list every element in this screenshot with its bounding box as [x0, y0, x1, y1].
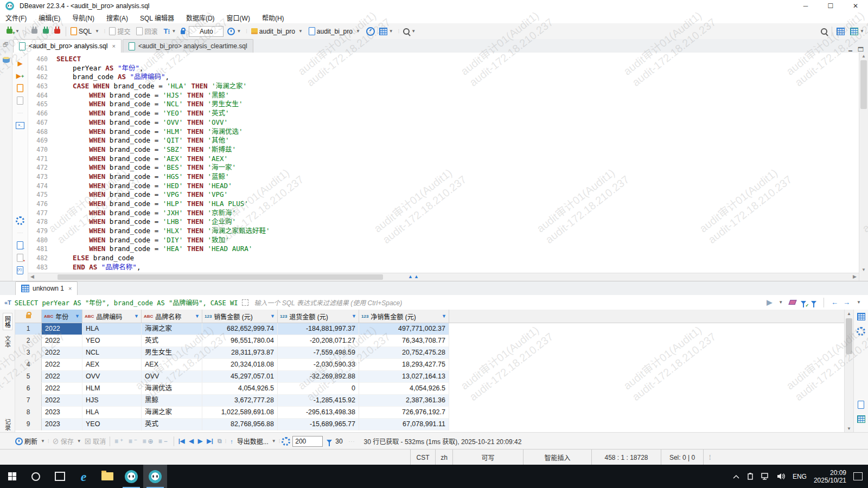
cell[interactable]: 96,551,780.04 [202, 335, 278, 347]
new-connection-dropdown-icon[interactable]: ▼ [15, 29, 20, 34]
new-connection-icon[interactable]: + [7, 29, 12, 34]
cell[interactable]: HLA [82, 407, 142, 419]
sql-console-icon[interactable]: >_ [16, 122, 24, 129]
save-button[interactable]: ⊘ 保存 [52, 436, 73, 446]
sash-collapse-icons[interactable]: ▲▲ [408, 274, 420, 279]
panel-grid-icon[interactable] [857, 313, 865, 320]
maximize-view-icon[interactable]: 🗖 [858, 46, 864, 53]
menu-item-6[interactable]: 数据库(D) [186, 13, 215, 22]
save-dropdown-icon[interactable]: ▼ [77, 439, 81, 444]
cell[interactable]: 2022 [42, 323, 82, 335]
cell[interactable]: OVV [142, 371, 202, 383]
minimize-view-icon[interactable]: 🗕 [847, 46, 853, 53]
expand-filter-icon[interactable] [242, 299, 248, 306]
first-row-icon[interactable]: |◀ [178, 438, 185, 445]
minimize-button[interactable]: ─ [793, 0, 818, 12]
scroll-right-icon[interactable]: ▶ [853, 274, 857, 279]
table-row[interactable]: 52022OVVOVV45,297,057.01-32,269,892.8813… [15, 371, 844, 383]
column-filter-icon[interactable]: ▼ [75, 313, 80, 319]
export-dropdown-icon[interactable]: ▼ [272, 439, 276, 444]
search-icon[interactable] [403, 28, 410, 35]
table-row[interactable]: 32022NCL男生女生28,311,973.87-7,559,498.5920… [15, 347, 844, 359]
result-grid[interactable]: ABC年份▼ABC品牌编码▼ABC品牌名称▼123销售金额 (元)▼123退货金… [15, 310, 844, 433]
cell[interactable]: 0 [278, 383, 359, 395]
editor-settings-icon[interactable] [16, 216, 24, 225]
row-number[interactable]: 5 [15, 371, 42, 383]
cell[interactable]: -295,613,498.38 [278, 407, 359, 419]
cell[interactable]: -20,208,071.27 [278, 335, 359, 347]
open-view-icon[interactable] [850, 28, 858, 35]
cell[interactable]: 28,311,973.87 [202, 347, 278, 359]
filter-history-back-icon[interactable]: ← [831, 298, 838, 306]
cell[interactable]: YEO [82, 335, 142, 347]
transaction-log-icon[interactable]: T⁝ [163, 27, 170, 35]
commit-button[interactable]: 提交 [107, 23, 134, 39]
panel-settings-icon[interactable] [857, 327, 865, 336]
panel-value-viewer-icon[interactable] [858, 401, 864, 409]
column-header-1[interactable]: ABC年份▼ [42, 310, 82, 323]
results-tab-close-icon[interactable]: × [68, 285, 72, 292]
language-indicator[interactable]: ENG [793, 473, 807, 480]
table-row[interactable]: 82023HLA海澜之家1,022,589,691.08-295,613,498… [15, 407, 844, 419]
cell[interactable]: HJS [82, 395, 142, 407]
refresh-button[interactable]: 刷新 [24, 436, 37, 446]
transfer-dropdown-icon[interactable]: ▼ [389, 29, 393, 34]
row-count-filter-icon[interactable] [327, 440, 332, 443]
dbeaver-taskbar-icon[interactable] [119, 465, 143, 488]
row-number[interactable]: 9 [15, 419, 42, 431]
tab-close-icon[interactable]: × [112, 43, 115, 49]
cell[interactable]: 4,054,926.5 [359, 383, 449, 395]
dbeaver-taskbar-icon-active[interactable] [143, 465, 167, 488]
table-row[interactable]: 72022HJS黑鲸3,672,777.28-1,285,415.922,387… [15, 395, 844, 407]
cell[interactable]: 682,652,999.74 [202, 323, 278, 335]
tray-device-icon[interactable] [746, 473, 754, 480]
cell[interactable]: 2022 [42, 395, 82, 407]
explain-plan-icon[interactable] [17, 97, 23, 105]
connection-lock-icon[interactable] [181, 30, 185, 34]
filters-menu-icon[interactable] [811, 301, 816, 304]
cell[interactable]: AEX [142, 359, 202, 371]
unsaved-file-icon[interactable]: ▪ [17, 254, 23, 262]
row-number[interactable]: 7 [15, 395, 42, 407]
action-center-icon[interactable] [853, 472, 863, 480]
tab-analysis-cleartime-sql[interactable]: <audit_bi_pro> analysis_cleartime.sql [123, 39, 253, 53]
reconnect-icon[interactable] [43, 29, 49, 34]
fetch-settings-icon[interactable] [282, 437, 290, 446]
panel-metadata-icon[interactable] [857, 415, 865, 423]
column-filter-icon[interactable]: ▼ [352, 313, 356, 319]
cell[interactable]: 20,752,475.28 [359, 347, 449, 359]
database-dropdown-icon[interactable]: ▼ [298, 29, 303, 34]
filter-dropdown-icon[interactable]: ▼ [778, 300, 783, 305]
cell[interactable]: 2022 [42, 335, 82, 347]
cell[interactable]: 英式 [142, 335, 202, 347]
row-number[interactable]: 6 [15, 383, 42, 395]
dashboard-icon[interactable] [366, 27, 375, 36]
filter-history-forward-icon[interactable]: → [843, 298, 850, 306]
hscroll-thumb[interactable] [58, 274, 383, 280]
restore-editor-icon[interactable]: 🗗 [3, 41, 9, 48]
cell[interactable]: 黑鲸 [142, 395, 202, 407]
menu-item-7[interactable]: 窗口(W) [227, 13, 250, 22]
cell[interactable]: OVV [82, 371, 142, 383]
grid-vscroll-thumb[interactable] [846, 318, 852, 354]
cell[interactable]: 2023 [42, 407, 82, 419]
row-number[interactable]: 8 [15, 407, 42, 419]
save-filter-icon[interactable]: ✓ [801, 299, 806, 306]
cell[interactable]: 海澜之家 [142, 407, 202, 419]
cell[interactable]: 4,054,926.5 [202, 383, 278, 395]
last-row-icon[interactable]: ▶| [207, 438, 213, 445]
rollback-button[interactable]: 回滚 [134, 23, 161, 39]
cell[interactable]: 1,022,589,691.08 [202, 407, 278, 419]
scroll-left-icon[interactable]: ◀ [30, 274, 34, 279]
fetch-page-icon[interactable]: ⧉ [218, 438, 222, 445]
history-dropdown-icon[interactable]: ▼ [237, 29, 241, 34]
column-filter-icon[interactable]: ▼ [442, 313, 446, 319]
column-filter-icon[interactable]: ▼ [195, 313, 200, 319]
open-perspective-icon[interactable] [837, 28, 845, 35]
filter-input[interactable]: 输入一个 SQL 表达式来过滤结果 (使用 Ctrl+Space) [254, 298, 767, 307]
cell[interactable]: 726,976,192.7 [359, 407, 449, 419]
refresh-icon[interactable] [15, 438, 23, 445]
database-selector[interactable]: audit_bi_pro ▼ [249, 23, 307, 39]
menu-item-1[interactable]: 文件(F) [5, 13, 27, 22]
menu-item-2[interactable]: 编辑(E) [39, 13, 60, 22]
